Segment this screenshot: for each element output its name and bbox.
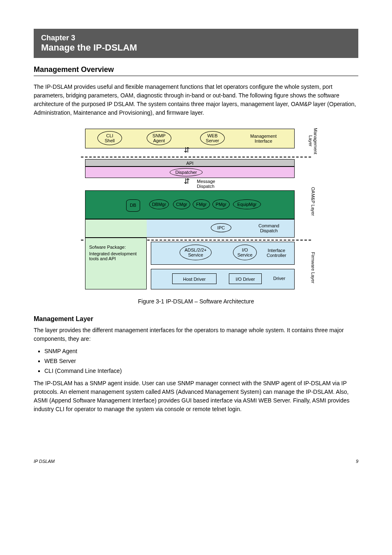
figure-caption: Figure 3-1 IP-DSLAM – Software Architect… <box>34 298 358 305</box>
cmgr-oval: CMgr <box>173 199 190 209</box>
management-layer-text: The layer provides the different managem… <box>34 326 358 343</box>
list-item: SNMP Agent <box>44 347 358 356</box>
command-dispatch-left <box>85 219 147 238</box>
mgmt-interface-label: Management Interface <box>250 134 277 143</box>
layer-label-oamp: OAM&P Layer <box>308 166 318 236</box>
footer-left: IP DSLAM <box>34 459 55 464</box>
chapter-number: Chapter 3 <box>41 34 351 42</box>
dispatcher-oval: Dispatcher <box>170 168 203 176</box>
page-footer: IP DSLAM 9 <box>34 459 358 464</box>
db-label: DB <box>130 203 136 208</box>
list-item: CLI (Command Line Interface) <box>44 366 358 376</box>
management-layer-para2: The IP-DSLAM has a SNMP agent inside. Us… <box>34 379 358 414</box>
layer-label-firmware: Firmware Layer <box>308 245 318 291</box>
equipmgr-oval: EquipMgr <box>233 199 261 209</box>
command-dispatch-label: Command Dispatch <box>258 223 279 233</box>
footer-right: 9 <box>356 459 358 464</box>
message-dispatch-label: Message Dispatch <box>197 179 215 189</box>
pmgr-oval: PMgr <box>212 199 230 209</box>
adsl-service-oval: ADSL/2/2+ Service <box>180 245 212 260</box>
architecture-figure: Management Layer OAM&P Layer Firmware La… <box>81 125 311 294</box>
section-rule <box>34 76 358 76</box>
web-server-oval: WEB Server <box>200 131 225 145</box>
io-service-oval: I/O Service <box>233 245 257 260</box>
chapter-title: Manage the IP-DSLAM <box>41 42 351 53</box>
cli-shell-oval: CLI Shell <box>97 131 122 145</box>
ipc-oval: IPC <box>211 223 231 232</box>
management-layer-heading: Management Layer <box>34 315 358 323</box>
fmgr-oval: FMgr <box>193 199 210 209</box>
dbmgr-oval: DBMgr <box>149 199 169 209</box>
management-components-list: SNMP Agent WEB Server CLI (Command Line … <box>44 347 358 376</box>
driver-label: Driver <box>273 276 285 281</box>
section-title: Management Overview <box>34 65 358 74</box>
dash-separator <box>81 157 311 157</box>
chapter-header: Chapter 3 Manage the IP-DSLAM <box>34 29 358 58</box>
snmp-agent-oval: SNMP Agent <box>147 131 171 145</box>
software-package-desc: Integrated development tools and API <box>89 251 137 261</box>
list-item: WEB Server <box>44 356 358 366</box>
layer-label-management: Management Layer <box>308 129 318 153</box>
host-driver-box: Host Driver <box>172 273 217 284</box>
interface-controller-label: Interface Controller <box>267 248 286 258</box>
io-driver-box: I/O Driver <box>229 273 262 284</box>
software-package-title: Sofware Package: <box>89 245 126 250</box>
api-bar: API <box>85 159 295 166</box>
intro-paragraph: The IP-DSLAM provides useful and flexibl… <box>34 83 358 117</box>
